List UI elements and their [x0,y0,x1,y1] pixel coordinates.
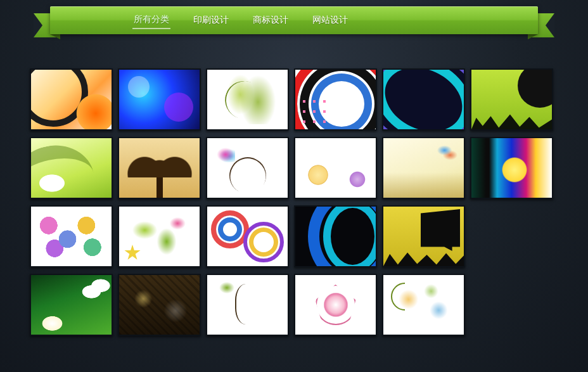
thumbnail[interactable] [118,137,201,199]
nav-item-print[interactable]: 印刷设计 [192,12,230,29]
thumbnail[interactable] [118,205,201,267]
thumbnail[interactable] [30,205,113,267]
thumbnail[interactable] [382,68,465,131]
thumbnail[interactable] [206,137,289,199]
thumbnail[interactable] [470,68,553,131]
nav-item-web[interactable]: 网站设计 [311,12,349,29]
gallery-row [30,137,558,199]
thumbnail[interactable] [294,274,377,336]
nav-item-logo[interactable]: 商标设计 [252,12,290,29]
nav-item-all[interactable]: 所有分类 [132,11,170,29]
thumbnail[interactable] [294,68,377,131]
thumbnail[interactable] [294,137,377,199]
nav-bar: 所有分类 印刷设计 商标设计 网站设计 [50,6,538,34]
ribbon-fold-left-icon [50,34,60,39]
thumbnail[interactable] [30,137,113,199]
gallery-row [30,68,558,131]
thumbnail[interactable] [294,205,377,267]
gallery-grid [30,68,558,336]
thumbnail[interactable] [206,68,289,131]
thumbnail[interactable] [118,68,201,131]
thumbnail[interactable] [118,274,201,336]
ribbon-fold-right-icon [528,34,538,39]
thumbnail[interactable] [382,274,465,336]
thumbnail[interactable] [206,205,289,267]
thumbnail[interactable] [30,68,113,131]
thumbnail[interactable] [470,137,553,199]
gallery-row [30,205,558,267]
gallery-row [30,274,558,336]
nav-ribbon: 所有分类 印刷设计 商标设计 网站设计 [50,6,538,38]
thumbnail[interactable] [382,137,465,199]
thumbnail[interactable] [382,205,465,267]
thumbnail[interactable] [206,274,289,336]
thumbnail[interactable] [30,274,113,336]
